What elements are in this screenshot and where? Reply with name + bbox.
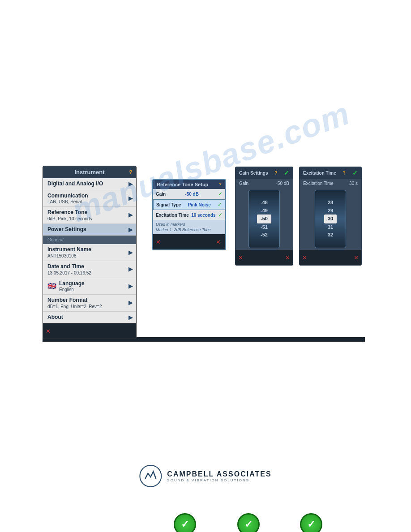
excitation-cancel2[interactable]: ✕	[354, 254, 359, 261]
instrument-panel: Instrument ? Digital and Analog I/O ▶ Co…	[43, 166, 137, 339]
menu-item-digital-io[interactable]: Digital and Analog I/O ▶	[43, 178, 136, 190]
panel-bottom-bar: ✕	[43, 323, 136, 339]
confirm-button-1[interactable]: ✓	[174, 513, 196, 532]
arrow-icon: ▶	[128, 266, 133, 272]
menu-item-communication[interactable]: Communication LAN, USB, Serial ▶	[43, 190, 136, 207]
general-section-header: General	[43, 236, 136, 244]
company-logo	[139, 465, 162, 487]
gain-cancel[interactable]: ✕	[238, 254, 243, 261]
ui-container: Instrument ? Digital and Analog I/O ▶ Co…	[43, 166, 137, 339]
exc-drum-val-1: 29	[328, 207, 333, 215]
excitation-bottom-bar: ✕ ✕	[300, 250, 361, 265]
ref-tone-signal-row[interactable]: Signal Type Pink Noise ✓	[153, 199, 225, 210]
menu-item-reference-tone[interactable]: Reference Tone 0dB, Pink, 10 seconds ▶	[43, 207, 136, 224]
gain-value-row: Gain -50 dB	[235, 179, 293, 188]
menu-item-instrument-name[interactable]: Instrument Name ANT15030108 ▶	[43, 244, 136, 261]
excitation-cancel[interactable]: ✕	[302, 254, 307, 261]
menu-item-power-settings[interactable]: Power Settings ▶	[43, 224, 136, 236]
company-name: CAMPBELL ASSOCIATES	[167, 470, 271, 478]
excitation-check-icon: ✓	[352, 169, 358, 176]
arrow-icon: ▶	[128, 212, 133, 218]
drum-val-0: -48	[261, 199, 268, 207]
exc-drum-val-4: 32	[328, 231, 333, 239]
gain-bottom-bar: ✕ ✕	[235, 250, 293, 265]
cancel-button[interactable]: ✕	[46, 328, 51, 335]
arrow-icon: ▶	[128, 300, 133, 306]
panel-title-bar: Instrument ?	[43, 166, 136, 178]
ref-tone-title-bar: Reference Tone Setup ?	[153, 180, 225, 189]
check-icon: ✓	[218, 212, 223, 218]
ref-tone-bottom-bar: ✕ ✕	[153, 234, 225, 249]
gain-settings-panel: Gain Settings ? ✓ Gain -50 dB -48 -49 -5…	[235, 167, 293, 266]
excitation-help-icon[interactable]: ?	[343, 171, 346, 176]
drum-val-2: -50	[257, 215, 271, 223]
excitation-value-row: Excitation Time 30 s	[300, 179, 361, 188]
menu-item-about[interactable]: About ▶	[43, 312, 136, 324]
arrow-icon: ▶	[128, 283, 133, 289]
check-icon: ✓	[218, 202, 222, 208]
arrow-icon: ▶	[128, 249, 133, 256]
ref-tone-gain-row[interactable]: Gain -50 dB ✓	[153, 189, 225, 199]
arrow-icon: ▶	[128, 195, 133, 202]
exc-drum-val-0: 28	[328, 199, 333, 207]
company-tagline: SOUND & VIBRATION SOLUTIONS	[167, 478, 271, 482]
drum-val-3: -51	[261, 223, 268, 232]
excitation-slider-drum[interactable]: 28 29 30 31 32	[315, 190, 346, 248]
ref-tone-cancel2[interactable]: ✕	[216, 239, 221, 245]
menu-item-date-time[interactable]: Date and Time 13.05.2017 - 00:16:52 ▶	[43, 261, 136, 278]
menu-item-number-format[interactable]: Number Format dB=1, Eng. Units=2, Rev=2 …	[43, 295, 136, 312]
exc-drum-val-3: 31	[328, 223, 333, 232]
ref-tone-setup-panel: Reference Tone Setup ? Gain -50 dB ✓ Sig…	[152, 179, 226, 250]
excitation-title: Excitation Time ? ✓	[300, 167, 361, 179]
arrow-icon: ▶	[128, 227, 133, 233]
gain-check-icon: ✓	[284, 169, 289, 176]
gain-settings-title: Gain Settings ? ✓	[235, 167, 293, 179]
menu-item-language[interactable]: 🇬🇧 Language English ▶	[43, 278, 136, 295]
gain-cancel2[interactable]: ✕	[285, 254, 290, 261]
exc-drum-val-2: 30	[324, 215, 337, 223]
drum-val-1: -49	[261, 207, 268, 215]
help-icon[interactable]: ?	[129, 169, 133, 176]
confirm-button-3[interactable]: ✓	[300, 513, 322, 532]
help-icon[interactable]: ?	[218, 182, 222, 187]
excitation-panel: Excitation Time ? ✓ Excitation Time 30 s…	[299, 167, 362, 266]
drum-val-4: -52	[261, 231, 268, 239]
gain-slider-drum[interactable]: -48 -49 -50 -51 -52	[248, 190, 280, 248]
arrow-icon: ▶	[128, 314, 133, 321]
ref-tone-cancel[interactable]: ✕	[156, 239, 161, 245]
confirm-button-2[interactable]: ✓	[237, 513, 260, 532]
check-icon: ✓	[218, 191, 223, 197]
gain-help-icon[interactable]: ?	[274, 171, 277, 176]
ref-tone-note: Used in markers Marker 1: 2dB Reference …	[153, 220, 225, 234]
arrow-icon: ▶	[128, 181, 133, 187]
ref-tone-excitation-row[interactable]: Excitation Time 10 seconds ✓	[153, 210, 225, 220]
company-name-block: CAMPBELL ASSOCIATES SOUND & VIBRATION SO…	[167, 470, 271, 482]
footer: CAMPBELL ASSOCIATES SOUND & VIBRATION SO…	[139, 465, 271, 487]
flag-icon: 🇬🇧	[47, 282, 56, 290]
panel-title: Instrument	[74, 169, 104, 176]
